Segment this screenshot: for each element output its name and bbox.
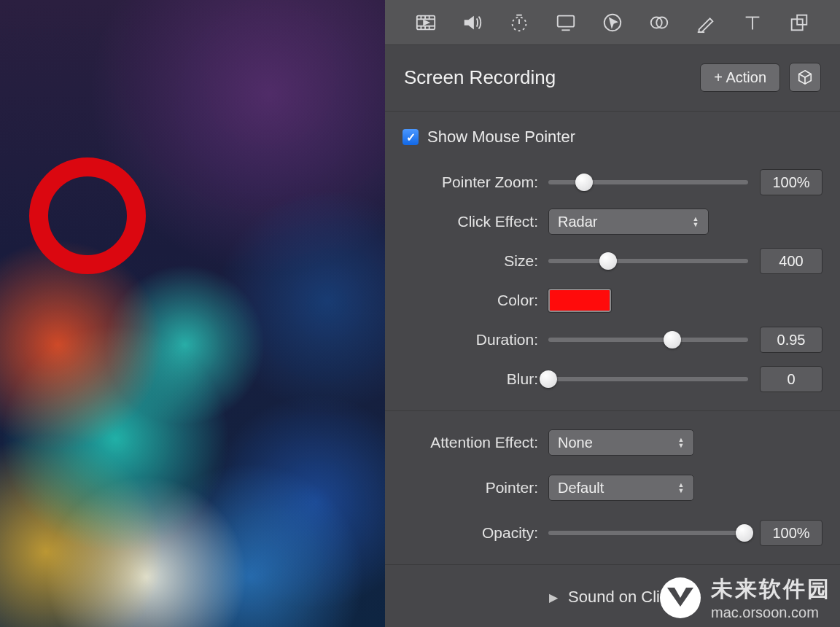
pointer-select[interactable]: Default ▲▼ xyxy=(548,475,694,501)
audio-tab-icon[interactable] xyxy=(461,11,484,34)
video-preview xyxy=(0,0,385,627)
opacity-row: Opacity: 100% xyxy=(402,513,822,553)
video-tab-icon[interactable] xyxy=(414,11,438,34)
show-mouse-pointer-checkbox[interactable]: ✓ xyxy=(402,129,419,145)
add-action-button[interactable]: + Action xyxy=(700,63,780,92)
show-mouse-pointer-row: ✓ Show Mouse Pointer xyxy=(402,128,822,147)
slider-thumb-icon[interactable] xyxy=(736,524,753,542)
attention-effect-select[interactable]: None ▲▼ xyxy=(548,429,694,456)
inspector-panel: Screen Recording + Action ✓ Show Mouse P… xyxy=(385,0,840,627)
blend-tab-icon[interactable] xyxy=(648,11,671,34)
slider-thumb-icon[interactable] xyxy=(664,331,681,348)
pointer-zoom-value[interactable]: 100% xyxy=(760,169,822,195)
svg-marker-9 xyxy=(424,20,429,25)
panel-title: Screen Recording xyxy=(404,66,700,89)
pointer-zoom-label: Pointer Zoom: xyxy=(402,174,548,191)
opacity-value[interactable]: 100% xyxy=(760,520,822,546)
slider-thumb-icon[interactable] xyxy=(575,174,593,191)
show-mouse-pointer-label: Show Mouse Pointer xyxy=(427,128,575,147)
cursor-tab-icon[interactable] xyxy=(601,11,624,34)
text-tab-icon[interactable] xyxy=(741,11,764,34)
pointer-zoom-row: Pointer Zoom: 100% xyxy=(402,163,822,202)
presets-button[interactable] xyxy=(789,63,821,92)
size-slider[interactable] xyxy=(548,259,748,263)
pointer-value: Default xyxy=(558,480,604,496)
radar-click-effect-preview xyxy=(29,157,146,274)
section-divider xyxy=(385,564,840,565)
color-label: Color: xyxy=(402,292,548,309)
opacity-slider[interactable] xyxy=(548,531,748,535)
duration-value[interactable]: 0.95 xyxy=(760,327,822,353)
pointer-zoom-slider[interactable] xyxy=(548,180,748,184)
duration-slider[interactable] xyxy=(548,338,748,342)
click-effect-select[interactable]: Radar ▲▼ xyxy=(548,209,709,235)
slider-thumb-icon[interactable] xyxy=(540,370,557,388)
layout-tab-icon[interactable] xyxy=(788,11,811,34)
click-effect-value: Radar xyxy=(558,214,597,230)
sound-on-click-label: Sound on Click xyxy=(568,588,676,607)
size-label: Size: xyxy=(402,252,548,270)
click-effect-label: Click Effect: xyxy=(402,213,548,230)
attention-effect-row: Attention Effect: None ▲▼ xyxy=(402,423,822,462)
color-row: Color: xyxy=(402,281,822,320)
attention-effect-label: Attention Effect: xyxy=(402,434,548,451)
section-divider xyxy=(385,410,840,411)
display-tab-icon[interactable] xyxy=(554,11,578,34)
annotate-tab-icon[interactable] xyxy=(694,11,718,34)
size-row: Size: 400 xyxy=(402,241,822,281)
duration-row: Duration: 0.95 xyxy=(402,320,822,359)
blur-value[interactable]: 0 xyxy=(760,366,822,392)
click-effect-row: Click Effect: Radar ▲▼ xyxy=(402,202,822,241)
chevron-updown-icon: ▲▼ xyxy=(689,216,702,227)
inspector-toolbar xyxy=(385,0,840,45)
color-swatch[interactable] xyxy=(548,289,611,312)
duration-label: Duration: xyxy=(402,331,548,348)
opacity-label: Opacity: xyxy=(402,524,548,542)
triangle-right-icon: ▶ xyxy=(549,591,558,604)
blur-row: Blur: 0 xyxy=(402,359,822,399)
slider-thumb-icon[interactable] xyxy=(599,252,617,270)
chevron-updown-icon: ▲▼ xyxy=(674,482,688,494)
panel-title-row: Screen Recording + Action xyxy=(385,45,840,112)
blur-slider[interactable] xyxy=(548,377,748,381)
attention-effect-value: None xyxy=(558,435,593,451)
chevron-updown-icon: ▲▼ xyxy=(674,437,688,448)
sound-on-click-disclosure[interactable]: ▶ Sound on Click xyxy=(402,577,822,618)
svg-rect-13 xyxy=(558,15,575,26)
timing-tab-icon[interactable] xyxy=(508,11,531,34)
size-value[interactable]: 400 xyxy=(760,248,822,274)
blur-label: Blur: xyxy=(402,370,548,388)
pointer-row: Pointer: Default ▲▼ xyxy=(402,468,822,507)
pointer-label: Pointer: xyxy=(402,479,548,496)
